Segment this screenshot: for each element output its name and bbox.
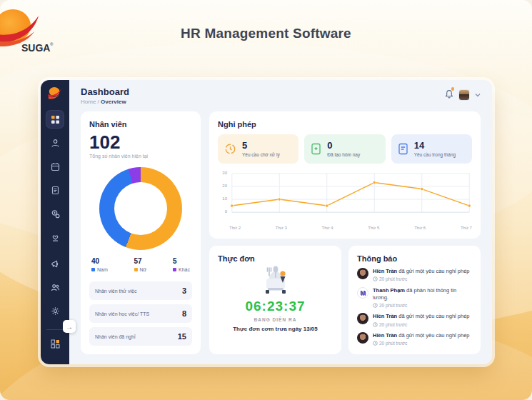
donut-legend: 40 Nam 57 Nữ 5 Khác xyxy=(89,257,192,272)
dashboard-title: Dashboard xyxy=(81,86,129,97)
legend-item-nam: 40 Nam xyxy=(91,257,108,272)
clock-small-icon xyxy=(373,276,378,281)
legend-swatch-khac xyxy=(173,268,176,271)
file-plus-icon xyxy=(311,143,321,155)
company-logo-avatar: M xyxy=(357,287,368,299)
dashboard-grid-icon xyxy=(51,115,60,124)
employee-total: 102 xyxy=(89,133,192,151)
arrow-right-icon: → xyxy=(66,323,73,331)
user-photo-avatar xyxy=(357,313,368,324)
food-cloche-illustration xyxy=(254,264,298,297)
notification-item[interactable]: Hiền Trần đã gửi một yêu cầu nghỉ phép20… xyxy=(357,332,472,346)
legend-swatch-nam xyxy=(91,268,95,271)
clock-icon xyxy=(224,143,236,155)
notification-bell-button[interactable] xyxy=(445,89,453,101)
user-photo-avatar xyxy=(357,332,368,344)
breadcrumb-home[interactable]: Home xyxy=(81,99,96,105)
sidebar-item-documents[interactable] xyxy=(46,181,64,199)
sidebar: → xyxy=(41,80,69,364)
people-icon xyxy=(51,283,60,292)
clock-small-icon xyxy=(373,341,378,346)
legend-item-nu: 57 Nữ xyxy=(134,257,147,272)
leave-line-chart: 30 20 10 0 xyxy=(218,171,472,224)
stat-created-today: 0 Đã tạo hôm nay xyxy=(304,134,385,164)
clock-small-icon xyxy=(373,322,378,327)
menu-card-title: Thực đơn xyxy=(218,254,255,263)
sidebar-item-dashboard[interactable] xyxy=(46,111,64,128)
clock-small-icon xyxy=(373,303,378,308)
notification-time: 20 phút trước xyxy=(373,322,470,327)
user-avatar[interactable] xyxy=(458,89,470,101)
page-title: HR Management Software xyxy=(0,26,532,41)
sidebar-suga-logo-icon xyxy=(47,86,63,101)
sidebar-divider xyxy=(46,329,64,330)
sidebar-footer xyxy=(46,255,64,359)
row-resigned: Nhân viên đã nghỉ 15 xyxy=(89,327,192,346)
notifications-title: Thông báo xyxy=(357,254,472,263)
menu-timer: 06:23:37 xyxy=(245,299,305,314)
leave-card: Nghỉ phép 5 Yêu cầu chờ xử lý xyxy=(209,111,481,239)
sidebar-item-calendar[interactable] xyxy=(46,158,64,175)
user-photo-avatar xyxy=(357,268,368,279)
megaphone-icon xyxy=(51,259,60,269)
leave-card-title: Nghỉ phép xyxy=(218,120,472,129)
sidebar-item-announcement[interactable] xyxy=(46,255,64,272)
y-axis-labels: 30 20 10 0 xyxy=(218,171,229,215)
legend-swatch-nu xyxy=(134,268,138,271)
notification-text: Thanh Phạm đã phản hồi thông tin lương. xyxy=(373,287,472,301)
notification-item[interactable]: Hiền Trần đã gửi một yêu cầu nghỉ phép20… xyxy=(357,268,472,281)
notification-text: Hiền Trần đã gửi một yêu cầu nghỉ phép xyxy=(373,332,470,339)
menu-caption: Thực đơn cơm trưa ngày 13/05 xyxy=(233,326,318,332)
document-icon xyxy=(51,186,60,195)
benefits-heart-icon xyxy=(51,233,60,242)
employee-stat-rows: Nhân viên thử việc 3 Nhân viên học việc/… xyxy=(89,281,192,346)
breadcrumb: Home / Overview xyxy=(81,99,129,105)
file-lines-icon xyxy=(398,143,408,155)
user-icon xyxy=(51,139,60,148)
menu-timer-status: ĐANG DIỄN RA xyxy=(254,317,297,322)
notification-item[interactable]: Hiền Trần đã gửi một yêu cầu nghỉ phép20… xyxy=(357,313,472,326)
menu-card: Thực đơn xyxy=(209,246,341,354)
sidebar-item-settings[interactable] xyxy=(46,302,64,319)
desktop-background: SUGA ® HR Management Software xyxy=(0,0,532,400)
gender-donut-chart xyxy=(99,167,182,250)
sidebar-collapse-button[interactable]: → xyxy=(63,320,76,333)
dashboard-window: → Dashboard Home / Overview xyxy=(41,80,492,364)
bell-icon xyxy=(445,89,453,99)
legend-item-khac: 5 Khác xyxy=(173,257,190,272)
notification-time: 20 phút trước xyxy=(373,276,470,281)
svg-text:®: ® xyxy=(50,42,54,46)
stat-pending: 5 Yêu cầu chờ xử lý xyxy=(218,134,298,164)
sidebar-item-employees[interactable] xyxy=(46,134,64,151)
employee-card: Nhân viên 102 Tổng số nhân viên hiện tại… xyxy=(81,111,201,354)
gear-icon xyxy=(51,306,60,316)
stat-month-total: 14 Yêu cầu trong tháng xyxy=(391,134,472,164)
sidebar-item-app-switcher[interactable] xyxy=(46,335,64,352)
row-probation: Nhân viên thử việc 3 xyxy=(89,281,192,300)
row-intern: Nhân viên học việc/ TTS 8 xyxy=(89,304,192,323)
breadcrumb-current: Overview xyxy=(101,99,126,105)
employee-total-caption: Tổng số nhân viên hiện tại xyxy=(89,154,192,159)
notification-item[interactable]: MThanh Phạm đã phản hồi thông tin lương.… xyxy=(357,287,472,308)
payroll-coins-icon xyxy=(51,209,60,219)
sidebar-item-benefits[interactable] xyxy=(46,229,64,246)
chevron-down-icon[interactable] xyxy=(475,93,481,97)
notification-time: 20 phút trước xyxy=(373,303,472,308)
main-header: Dashboard Home / Overview xyxy=(81,86,481,105)
notification-text: Hiền Trần đã gửi một yêu cầu nghỉ phép xyxy=(373,268,470,275)
main-area: Dashboard Home / Overview xyxy=(69,80,492,364)
notification-dot xyxy=(451,87,455,91)
notification-time: 20 phút trước xyxy=(373,341,470,346)
calendar-icon xyxy=(51,162,60,171)
qr-logo-icon xyxy=(51,339,60,349)
x-axis-labels: Thứ 2 Thứ 3 Thứ 4 Thứ 5 Thứ 6 Thứ 7 xyxy=(218,226,472,230)
notifications-list: Hiền Trần đã gửi một yêu cầu nghỉ phép20… xyxy=(357,268,472,346)
sidebar-item-support[interactable] xyxy=(46,279,64,296)
employee-card-title: Nhân viên xyxy=(89,120,192,129)
line-chart-svg xyxy=(229,171,472,215)
notification-text: Hiền Trần đã gửi một yêu cầu nghỉ phép xyxy=(373,313,470,320)
svg-text:SUGA: SUGA xyxy=(21,42,50,54)
notifications-card: Thông báo Hiền Trần đã gửi một yêu cầu n… xyxy=(348,246,481,354)
sidebar-item-payroll[interactable] xyxy=(46,205,64,222)
donut-hole xyxy=(114,182,167,235)
